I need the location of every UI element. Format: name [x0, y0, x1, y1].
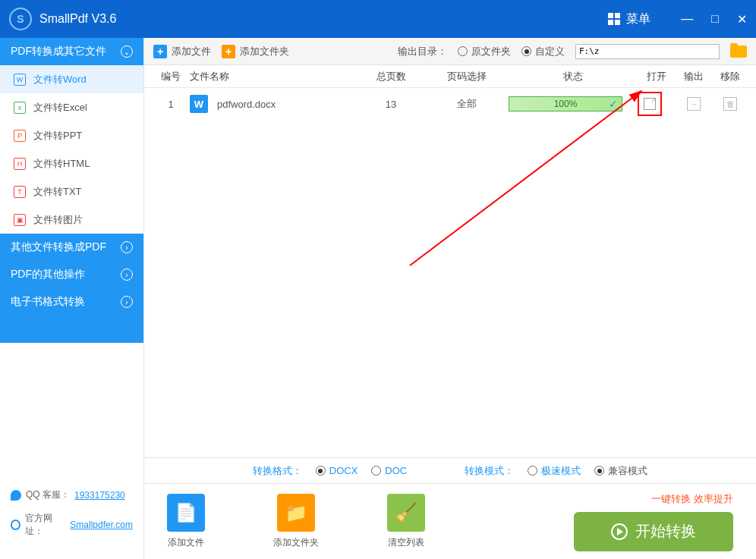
play-icon — [611, 523, 628, 540]
radio-icon — [371, 466, 381, 476]
col-output: 输出 — [676, 70, 712, 83]
output-button[interactable]: → — [687, 97, 701, 111]
sidebar-item-word[interactable]: W文件转Word — [0, 65, 143, 93]
broom-icon: 🧹 — [387, 494, 425, 532]
menu-label: 菜单 — [626, 11, 650, 27]
ppt-icon: P — [14, 130, 26, 142]
big-clear-button[interactable]: 🧹清空列表 — [387, 494, 425, 549]
content-area: +添加文件 +添加文件夹 输出目录： 原文件夹 自定义 编号 文件名称 总页数 … — [144, 38, 756, 559]
image-icon: ▣ — [14, 214, 26, 226]
row-num: 1 — [152, 99, 190, 110]
big-add-folder-button[interactable]: 📁添加文件夹 — [273, 494, 319, 549]
col-remove: 移除 — [712, 70, 748, 83]
grid-icon — [608, 13, 620, 25]
format-bar: 转换格式： DOCX DOC 转换模式： 极速模式 兼容模式 — [144, 457, 756, 483]
row-pages: 13 — [357, 99, 425, 110]
word-file-icon: W — [190, 95, 208, 113]
chevron-right-icon: › — [121, 269, 133, 281]
html-icon: H — [14, 158, 26, 170]
col-range: 页码选择 — [425, 70, 509, 83]
sidebar-item-txt[interactable]: T文件转TXT — [0, 177, 143, 206]
chevron-right-icon: › — [121, 296, 133, 308]
col-pages: 总页数 — [357, 70, 425, 83]
radio-icon — [458, 46, 468, 56]
radio-doc[interactable]: DOC — [371, 465, 407, 476]
qq-link[interactable]: 1933175230 — [74, 490, 125, 501]
sidebar-footer: QQ 客服：1933175230 官方网址：Smallpdfer.com — [0, 478, 143, 559]
big-add-file-button[interactable]: 📄添加文件 — [167, 494, 205, 549]
radio-original-folder[interactable]: 原文件夹 — [458, 45, 511, 58]
sidebar-header-other-to-pdf[interactable]: 其他文件转换成PDF› — [0, 234, 143, 261]
chevron-right-icon: › — [121, 241, 133, 253]
toolbar: +添加文件 +添加文件夹 输出目录： 原文件夹 自定义 — [144, 38, 756, 65]
minimize-button[interactable]: — — [681, 12, 693, 27]
progress-bar: 100%✓ — [509, 96, 622, 111]
maximize-button[interactable]: □ — [711, 12, 719, 27]
mode-label: 转换模式： — [465, 464, 514, 478]
check-icon: ✓ — [609, 98, 618, 110]
sidebar-item-html[interactable]: H文件转HTML — [0, 149, 143, 177]
radio-docx[interactable]: DOCX — [316, 465, 358, 476]
sidebar-header-pdf-ops[interactable]: PDF的其他操作› — [0, 261, 143, 288]
sidebar: PDF转换成其它文件 ⌄ W文件转Word x文件转Excel P文件转PPT … — [0, 38, 144, 559]
plus-icon: + — [153, 45, 167, 58]
txt-icon: T — [14, 186, 26, 198]
app-logo-icon: S — [9, 8, 32, 30]
bottom-bar: 📄添加文件 📁添加文件夹 🧹清空列表 一键转换 效率提升 开始转换 — [144, 483, 756, 559]
radio-custom-folder[interactable]: 自定义 — [521, 45, 565, 58]
format-label: 转换格式： — [253, 464, 302, 478]
radio-checked-icon — [521, 46, 531, 56]
col-status: 状态 — [509, 70, 638, 83]
sidebar-spacer — [0, 316, 143, 343]
delete-button[interactable]: 🗑 — [723, 97, 737, 111]
sidebar-item-ppt[interactable]: P文件转PPT — [0, 121, 143, 149]
row-range[interactable]: 全部 — [425, 97, 509, 111]
file-name: pdfword.docx — [217, 99, 276, 110]
menu-button[interactable]: 菜单 — [608, 11, 650, 27]
add-file-button[interactable]: +添加文件 — [153, 45, 211, 58]
table-row: 1 Wpdfword.docx 13 全部 100%✓ → 🗑 — [144, 88, 756, 120]
browse-folder-button[interactable] — [730, 46, 747, 58]
ie-icon — [11, 520, 20, 530]
excel-icon: x — [14, 102, 26, 114]
col-name: 文件名称 — [190, 70, 357, 83]
radio-icon — [528, 466, 537, 476]
start-convert-button[interactable]: 开始转换 — [574, 512, 733, 551]
app-title: SmallPdf V3.6 — [39, 12, 608, 26]
folder-add-icon: 📁 — [277, 494, 315, 532]
sidebar-header-ebook[interactable]: 电子书格式转换› — [0, 288, 143, 316]
output-label: 输出目录： — [398, 45, 447, 58]
external-link-icon — [644, 98, 656, 110]
radio-compat-mode[interactable]: 兼容模式 — [594, 464, 647, 478]
open-file-button[interactable] — [638, 92, 662, 116]
word-icon: W — [14, 74, 26, 86]
chevron-down-icon: ⌄ — [121, 46, 133, 58]
col-open: 打开 — [638, 70, 676, 83]
add-folder-button[interactable]: +添加文件夹 — [222, 45, 289, 58]
sidebar-header-main[interactable]: PDF转换成其它文件 ⌄ — [0, 38, 143, 65]
qq-icon — [11, 490, 21, 501]
radio-fast-mode[interactable]: 极速模式 — [528, 464, 581, 478]
document-add-icon: 📄 — [167, 494, 205, 532]
radio-checked-icon — [594, 466, 604, 476]
site-link[interactable]: Smallpdfer.com — [70, 520, 133, 530]
sidebar-item-excel[interactable]: x文件转Excel — [0, 93, 143, 121]
col-num: 编号 — [152, 70, 190, 83]
sidebar-item-image[interactable]: ▣文件转图片 — [0, 206, 143, 234]
plus-icon: + — [222, 45, 235, 58]
table-header: 编号 文件名称 总页数 页码选择 状态 打开 输出 移除 — [144, 65, 756, 88]
radio-checked-icon — [316, 466, 326, 476]
close-button[interactable]: ✕ — [737, 12, 747, 27]
output-path-input[interactable] — [575, 44, 720, 59]
titlebar: S SmallPdf V3.6 菜单 — □ ✕ — [0, 0, 756, 38]
tagline: 一键转换 效率提升 — [574, 492, 733, 506]
